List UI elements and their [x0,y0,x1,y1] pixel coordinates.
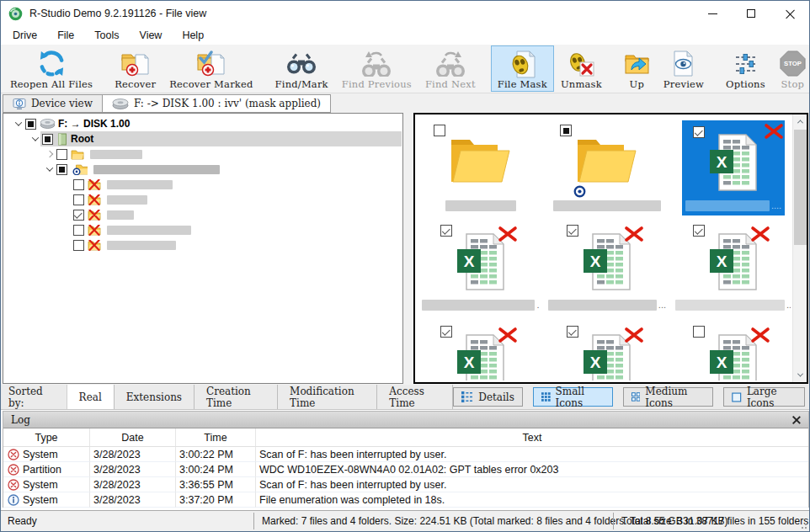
medium-icons-view-button[interactable]: Medium Icons [623,387,714,407]
item-checkbox[interactable] [567,326,578,338]
tree-item[interactable] [3,237,402,253]
options-button[interactable]: Options [719,45,772,92]
tree-checkbox[interactable] [42,134,53,145]
redacted-label [685,200,770,211]
app-icon [8,7,23,21]
up-icon [624,49,650,78]
tree-item-root[interactable]: Root [3,131,402,146]
log-header: Log [3,412,808,428]
file-grid-item-excel[interactable]: . [422,222,540,317]
reopen-all-files-button[interactable]: Reopen All Files [3,45,99,92]
menu-tools[interactable]: Tools [84,29,129,41]
menu-drive[interactable]: Drive [3,29,47,41]
log-close-icon[interactable] [792,416,801,424]
redacted-label [90,150,142,159]
large-icons-view-button[interactable]: Large Icons [723,387,805,407]
tree-checkbox[interactable] [56,149,67,160]
vertical-scrollbar[interactable] [792,114,807,382]
deleted-folder-icon [88,210,101,221]
item-checkbox[interactable] [693,225,705,237]
item-checkbox[interactable] [693,126,705,138]
file-grid-item-excel[interactable] [422,323,540,380]
scroll-up-arrow[interactable] [793,114,807,129]
log-col-date[interactable]: Date [90,428,176,447]
scrollbar-thumb[interactable] [794,130,807,245]
sort-option-real[interactable]: Real [67,385,115,409]
item-checkbox[interactable] [440,326,452,338]
status-total-info: Total 8.55 GB in 38717 files in 155 fold… [621,511,808,531]
file-mask-button[interactable]: File Mask [491,45,554,92]
tree-checkbox[interactable] [73,179,84,190]
tree-checkbox[interactable] [73,225,84,236]
log-col-text[interactable]: Text [256,428,808,447]
redacted-label [107,195,147,205]
deleted-cross-icon [624,226,644,242]
close-button[interactable] [770,1,809,26]
recover-button[interactable]: Recover [108,45,163,92]
sort-option-modification-time[interactable]: Modification Time [278,385,377,409]
details-view-button[interactable]: Details [453,387,523,407]
item-checkbox[interactable] [440,225,452,237]
tree-item[interactable] [3,222,402,237]
log-col-time[interactable]: Time [176,428,256,447]
item-checkbox[interactable] [560,125,572,136]
sort-option-creation-time[interactable]: Creation Time [195,385,278,409]
preview-button[interactable]: Preview [657,45,711,92]
file-grid-item-excel[interactable]: .. [674,222,791,317]
maximize-button[interactable] [732,1,770,26]
tab-device-view[interactable]: Device view [3,94,103,113]
tree-item[interactable] [3,207,402,222]
item-checkbox[interactable] [567,225,578,237]
chevron-down-icon[interactable] [43,167,56,172]
tree-item[interactable] [3,192,402,207]
tree-item[interactable] [3,146,402,162]
sort-option-extensions[interactable]: Extensions [115,385,195,409]
label-ellipsis: . [536,300,539,311]
log-row[interactable]: System 3/28/2023 3:36:55 PM Scan of F: h… [3,477,808,492]
tree-item[interactable] [3,177,402,192]
green-folder-icon [56,133,68,146]
tab-bar: Device view F: -> DISK 1.00 : ivv' (mask… [1,93,809,113]
file-grid-item-excel[interactable] [674,323,791,380]
file-grid-item-folder[interactable] [422,123,540,217]
menu-view[interactable]: View [130,29,173,41]
tree-item[interactable] [3,162,402,177]
tree-checkbox[interactable] [73,194,84,205]
menu-help[interactable]: Help [172,29,214,41]
log-row[interactable]: System 3/28/2023 3:00:22 PM Scan of F: h… [3,447,808,462]
chevron-down-icon[interactable] [29,136,42,141]
error-icon [8,464,19,476]
log-table: Type Date Time Text System 3/28/2023 3:0… [3,428,808,508]
tab-file-view[interactable]: F: -> DISK 1.00 : ivv' (mask applied) [103,94,331,113]
file-grid-item-excel-selected[interactable]: .... [674,123,791,217]
unmask-button[interactable]: Unmask [554,45,609,92]
menu-file[interactable]: File [47,29,84,41]
redacted-label [107,180,173,189]
recover-marked-button[interactable]: Recover Marked [163,45,259,92]
file-grid-item-folder[interactable] [548,123,666,217]
item-checkbox[interactable] [434,125,445,136]
log-col-type[interactable]: Type [3,428,90,447]
error-icon [8,479,19,491]
chevron-down-icon[interactable] [12,121,25,126]
small-icons-view-button[interactable]: Small Icons [533,387,613,407]
sort-option-access-time[interactable]: Access Time [377,385,453,409]
tree-item-disk[interactable]: F: → DISK 1.00 [3,116,402,131]
item-checkbox[interactable] [693,326,705,338]
find-previous-button: Find Previous [335,45,418,92]
file-grid-item-excel[interactable] [548,323,666,380]
chevron-right-icon[interactable] [43,152,56,157]
minimize-button[interactable] [693,1,732,26]
up-button[interactable]: Up [617,45,657,92]
log-row[interactable]: Partition 3/28/2023 3:00:24 PM WDC WD10E… [3,462,808,477]
find-mark-button[interactable]: Find/Mark [269,45,335,92]
file-grid-item-excel[interactable]: ... [548,222,666,317]
tree-checkbox[interactable] [56,164,67,175]
redacted-label [93,165,220,174]
scroll-down-arrow[interactable] [793,368,807,382]
log-row[interactable]: System 3/28/2023 3:37:20 PM File enumera… [3,492,808,508]
tree-checkbox[interactable] [73,240,84,251]
tree-checkbox[interactable] [73,210,84,221]
resize-grip[interactable] [800,522,807,529]
tree-checkbox[interactable] [25,119,36,130]
